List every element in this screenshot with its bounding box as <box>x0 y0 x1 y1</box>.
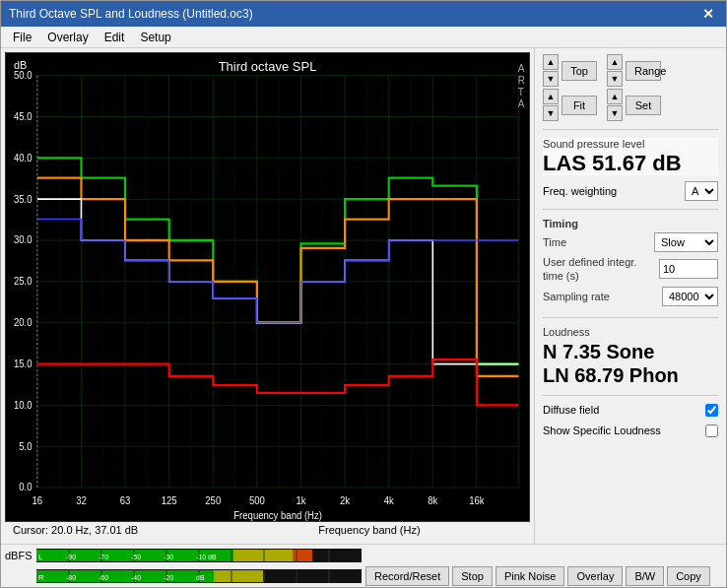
top-up-button[interactable]: ▲ <box>543 54 559 70</box>
spl-value: LAS 51.67 dB <box>543 152 718 175</box>
db-label: dB <box>14 59 27 71</box>
main-window: Third Octave SPL and Loudness (Untitled.… <box>0 0 727 588</box>
divider1 <box>543 129 718 130</box>
record-reset-button[interactable]: Record/Reset <box>365 566 449 586</box>
svg-text:dB: dB <box>196 574 205 581</box>
svg-text:40.0: 40.0 <box>14 152 33 163</box>
show-specific-checkbox[interactable] <box>705 425 718 437</box>
svg-text:-50: -50 <box>131 554 141 560</box>
svg-text:-10 dB: -10 dB <box>196 554 217 560</box>
set-down-button[interactable]: ▼ <box>607 105 623 121</box>
diffuse-field-label: Diffuse field <box>543 404 599 416</box>
close-button[interactable]: ✕ <box>698 6 718 22</box>
set-button[interactable]: Set <box>626 96 661 115</box>
svg-text:45.0: 45.0 <box>14 111 33 122</box>
svg-text:20.0: 20.0 <box>14 317 33 328</box>
fit-button[interactable]: Fit <box>562 96 597 115</box>
svg-text:-70: -70 <box>99 554 108 560</box>
overlay-button[interactable]: Overlay <box>567 566 623 586</box>
sampling-rate-row: Sampling rate 44100 48000 96000 <box>543 287 718 306</box>
top-down-button[interactable]: ▼ <box>543 71 559 87</box>
freq-weighting-select[interactable]: A B C Z <box>685 181 718 201</box>
menu-file[interactable]: File <box>5 29 39 46</box>
fit-up-button[interactable]: ▲ <box>543 89 559 104</box>
cursor-text: Cursor: 20.0 Hz, 37.01 dB <box>13 524 138 536</box>
spl-section: Sound pressure level LAS 51.67 dB <box>543 138 718 175</box>
show-specific-row: Show Specific Loudness <box>543 425 718 437</box>
svg-text:500: 500 <box>249 495 265 506</box>
user-integr-row: User defined integr. time (s) <box>543 255 718 284</box>
chart-area: dB Third octave SPL ARTA <box>1 48 534 544</box>
svg-text:R: R <box>38 573 44 582</box>
svg-text:30.0: 30.0 <box>14 234 33 245</box>
svg-rect-80 <box>214 570 263 582</box>
svg-text:5.0: 5.0 <box>19 440 33 451</box>
timing-section: Timing Time Slow Fast Impulse User defin… <box>543 218 718 309</box>
svg-text:125: 125 <box>162 495 177 506</box>
svg-text:16k: 16k <box>469 495 484 506</box>
right-panel: ▲ ▼ Top ▲ ▼ Fit <box>534 48 726 544</box>
copy-button[interactable]: Copy <box>667 566 710 586</box>
user-integr-input[interactable] <box>659 259 718 279</box>
content-area: dB Third octave SPL ARTA <box>1 48 726 544</box>
svg-text:-20: -20 <box>164 574 173 581</box>
svg-text:-40: -40 <box>131 574 141 581</box>
chart-svg: 50.0 45.0 40.0 35.0 30.0 25.0 20.0 15.0 … <box>6 53 529 521</box>
top-controls: ▲ ▼ Top ▲ ▼ Fit <box>543 54 718 121</box>
range-button[interactable]: Range <box>626 61 661 81</box>
top-button[interactable]: Top <box>562 61 597 81</box>
svg-text:-30: -30 <box>164 554 173 560</box>
time-label: Time <box>543 235 654 249</box>
dbfs-label: dBFS <box>5 550 33 561</box>
svg-rect-79 <box>36 570 214 582</box>
svg-text:1k: 1k <box>296 495 305 506</box>
cursor-info: Cursor: 20.0 Hz, 37.01 dB Frequency band… <box>5 522 530 540</box>
stop-button[interactable]: Stop <box>452 566 493 586</box>
menu-edit[interactable]: Edit <box>97 29 133 46</box>
level-row-l: dBFS L -90 -70 -5 <box>1 545 726 566</box>
freq-weighting-row: Freq. weighting A B C Z <box>543 181 718 201</box>
range-down-button[interactable]: ▼ <box>607 71 623 87</box>
range-up-button[interactable]: ▲ <box>607 54 623 70</box>
show-specific-label: Show Specific Loudness <box>543 425 661 436</box>
svg-text:-90: -90 <box>66 554 76 560</box>
set-up-button[interactable]: ▲ <box>607 89 623 104</box>
svg-text:15.0: 15.0 <box>14 359 33 369</box>
svg-text:8k: 8k <box>428 495 437 506</box>
bw-button[interactable]: B/W <box>626 566 664 586</box>
loudness-section: Loudness N 7.35 Sone LN 68.79 Phon <box>543 326 718 387</box>
sampling-rate-label: Sampling rate <box>543 290 662 303</box>
svg-text:10.0: 10.0 <box>14 399 33 410</box>
divider3 <box>543 317 718 318</box>
loudness-n: N 7.35 Sone <box>543 340 718 363</box>
timing-label: Timing <box>543 218 718 229</box>
title-bar: Third Octave SPL and Loudness (Untitled.… <box>1 1 726 27</box>
svg-text:16: 16 <box>33 495 43 506</box>
time-select[interactable]: Slow Fast Impulse <box>654 232 718 252</box>
svg-text:250: 250 <box>205 495 221 506</box>
sampling-rate-select[interactable]: 44100 48000 96000 <box>662 287 718 306</box>
svg-text:L: L <box>38 553 43 561</box>
svg-text:35.0: 35.0 <box>14 193 33 204</box>
svg-text:63: 63 <box>120 495 131 506</box>
diffuse-field-checkbox[interactable] <box>705 404 718 417</box>
time-row: Time Slow Fast Impulse <box>543 232 718 252</box>
freq-band-label: Frequency band (Hz) <box>318 524 420 536</box>
svg-text:32: 32 <box>76 495 87 506</box>
freq-weighting-label: Freq. weighting <box>543 185 617 197</box>
chart-title: Third octave SPL <box>219 59 317 74</box>
svg-rect-0 <box>6 53 529 521</box>
svg-rect-61 <box>233 550 293 561</box>
menu-overlay[interactable]: Overlay <box>39 29 96 46</box>
svg-text:-60: -60 <box>99 574 108 581</box>
diffuse-field-row: Diffuse field <box>543 404 718 417</box>
svg-text:4k: 4k <box>384 495 394 506</box>
menu-bar: File Overlay Edit Setup <box>1 27 726 48</box>
fit-down-button[interactable]: ▼ <box>543 105 559 121</box>
loudness-ln: LN 68.79 Phon <box>543 363 718 387</box>
divider4 <box>543 395 718 396</box>
pink-noise-button[interactable]: Pink Noise <box>496 566 565 586</box>
level-meter-l: L -90 -70 -50 -30 -10 dB <box>36 549 362 562</box>
menu-setup[interactable]: Setup <box>132 29 178 46</box>
svg-text:2k: 2k <box>340 495 350 506</box>
